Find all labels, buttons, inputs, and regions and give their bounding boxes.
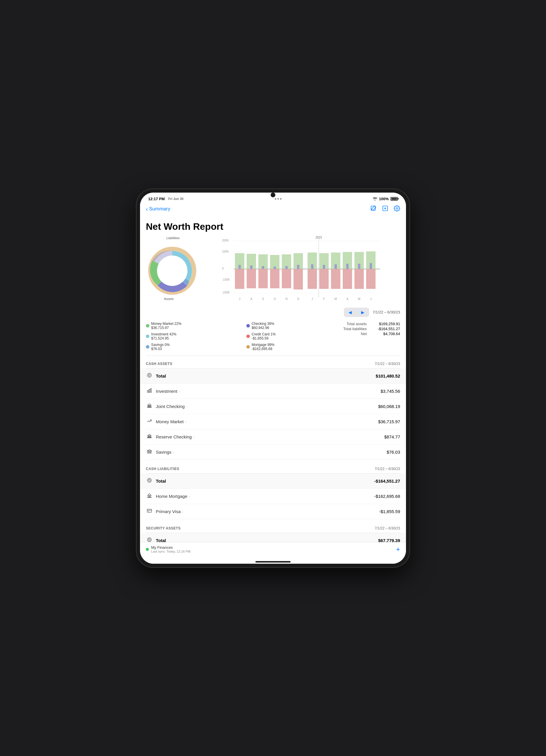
account-icon-0 xyxy=(146,478,153,484)
bar-chart-svg: 200K 100K 0 -100K -200K 2023 xyxy=(202,236,400,303)
svg-rect-73 xyxy=(150,405,151,407)
account-value-1: $3,745.56 xyxy=(381,389,400,394)
chevron-icon: › xyxy=(181,510,183,514)
account-left-2: Primary Visa › xyxy=(146,508,183,515)
svg-rect-41 xyxy=(323,265,325,269)
svg-rect-52 xyxy=(366,269,376,289)
liabilities-label: Liabilities xyxy=(166,236,179,240)
account-value-0: $101,480.52 xyxy=(376,373,400,378)
account-left-1: Investment › xyxy=(146,388,180,395)
legend-value-3: -$1,855.59 xyxy=(251,336,276,340)
totals-section: Total assets $169,259.91 Total liabiliti… xyxy=(343,322,400,336)
svg-point-66 xyxy=(147,373,151,377)
legend-dot-1 xyxy=(246,324,250,328)
svg-rect-50 xyxy=(358,264,360,269)
svg-rect-71 xyxy=(148,405,148,407)
back-button[interactable]: ‹ Summary xyxy=(146,206,170,212)
compose-icon[interactable] xyxy=(370,205,377,213)
account-row-cash-assets-rows-4[interactable]: Reserve Checking › $874.77 xyxy=(146,429,400,445)
nav-bar: ‹ Summary xyxy=(140,203,406,217)
legend-dot-3 xyxy=(246,335,250,338)
battery-icon xyxy=(391,197,398,201)
cash-assets-section: CASH ASSETS 7/1/22 – 6/30/23 Total $101,… xyxy=(146,357,400,460)
svg-point-2 xyxy=(396,208,398,209)
prev-period-button[interactable]: ◀ xyxy=(344,308,357,317)
svg-rect-77 xyxy=(150,436,151,437)
svg-rect-32 xyxy=(285,266,288,269)
cash-liabilities-date: 7/1/22 – 6/30/23 xyxy=(375,467,400,471)
legend-dot-4 xyxy=(146,345,149,349)
settings-icon[interactable] xyxy=(394,205,400,213)
legend-item-0: Money Market 22% $36,715.97 xyxy=(146,322,239,330)
legend-label-4: Savings 0% xyxy=(151,343,169,347)
legend-dot-2 xyxy=(146,335,149,338)
svg-rect-46 xyxy=(343,269,352,289)
legend-text-3: Credit Card 1% -$1,855.59 xyxy=(251,332,276,340)
legend-value-4: $76.03 xyxy=(151,347,169,351)
account-row-cash-assets-rows-1[interactable]: Investment › $3,745.56 xyxy=(146,384,400,399)
svg-text:-100K: -100K xyxy=(222,278,230,281)
cash-liabilities-title: CASH LIABILITIES xyxy=(146,467,179,471)
svg-rect-49 xyxy=(355,269,364,289)
svg-point-5 xyxy=(157,256,187,286)
account-name-1: Home Mortgage › xyxy=(156,494,190,499)
date: Fri Jun 30 xyxy=(168,197,183,200)
cash-liabilities-rows: Total -$164,551.27 Home Mortgage › -$162… xyxy=(146,474,400,519)
dot1 xyxy=(275,198,276,200)
account-name-4: Reserve Checking › xyxy=(156,434,194,439)
cash-liabilities-section: CASH LIABILITIES 7/1/22 – 6/30/23 Total … xyxy=(146,462,400,519)
net-label: Net xyxy=(361,332,367,336)
svg-text:J: J xyxy=(312,297,313,301)
legend-dot-0 xyxy=(146,324,149,328)
svg-text:200K: 200K xyxy=(222,239,229,242)
status-center xyxy=(275,198,282,200)
account-row-cash-liabilities-rows-2[interactable]: Primary Visa › -$1,855.59 xyxy=(146,504,400,519)
total-liabilities-label: Total liabilities xyxy=(343,327,367,331)
status-left: 12:17 PM Fri Jun 30 xyxy=(148,197,183,201)
back-label[interactable]: Summary xyxy=(149,206,170,212)
svg-text:2023: 2023 xyxy=(316,236,322,239)
svg-rect-53 xyxy=(370,263,372,269)
next-period-button[interactable]: ▶ xyxy=(357,308,369,317)
battery-fill xyxy=(391,198,397,200)
account-left-3: Money Market › xyxy=(146,418,186,425)
legend-value-1: $60,942.96 xyxy=(251,326,274,330)
svg-rect-34 xyxy=(294,269,303,289)
account-left-5: Savings › xyxy=(146,449,174,455)
svg-text:F: F xyxy=(323,297,325,301)
assets-label: Assets xyxy=(164,297,174,301)
svg-point-87 xyxy=(147,538,151,542)
legend-totals-row: Money Market 22% $36,715.97 Checking 36%… xyxy=(146,322,400,351)
account-icon-1 xyxy=(146,493,153,500)
svg-rect-22 xyxy=(246,269,256,288)
account-left-1: Home Mortgage › xyxy=(146,493,190,500)
scroll-content[interactable]: Net Worth Report Liabilities xyxy=(140,217,406,542)
account-left-0: Total xyxy=(146,373,166,379)
total-assets-label: Total assets xyxy=(347,322,367,326)
legend-label-0: Money Market 22% xyxy=(151,322,181,326)
camera-notch xyxy=(270,193,276,197)
account-row-cash-assets-rows-2[interactable]: Joint Checking › $60,068.19 xyxy=(146,399,400,414)
add-account-icon[interactable] xyxy=(382,205,389,213)
cash-assets-rows: Total $101,480.52 Investment › $3,745.56… xyxy=(146,368,400,460)
legend-text-2: Investment 42% $71,524.95 xyxy=(151,332,176,340)
status-right: 100% xyxy=(373,197,398,201)
home-indicator xyxy=(140,559,406,564)
account-name-2: Primary Visa › xyxy=(156,509,183,514)
account-row-cash-assets-rows-5[interactable]: Savings › $76.03 xyxy=(146,445,400,460)
account-value-0: -$164,551.27 xyxy=(374,479,400,484)
account-row-cash-liabilities-rows-1[interactable]: Home Mortgage › -$162,695.68 xyxy=(146,489,400,504)
security-assets-header: SECURITY ASSETS 7/1/22 – 6/30/23 xyxy=(146,522,400,533)
legend-items: Money Market 22% $36,715.97 Checking 36%… xyxy=(146,322,340,351)
home-bar xyxy=(255,561,291,563)
svg-rect-31 xyxy=(282,269,291,288)
add-button[interactable]: + xyxy=(396,545,400,553)
account-value-3: $36,715.97 xyxy=(378,419,400,424)
page-title: Net Worth Report xyxy=(146,217,400,236)
account-icon-4 xyxy=(146,433,153,440)
account-value-4: $874.77 xyxy=(384,434,400,439)
svg-rect-43 xyxy=(331,269,340,289)
wifi-icon xyxy=(373,197,377,200)
account-row-cash-assets-rows-3[interactable]: Money Market › $36,715.97 xyxy=(146,414,400,429)
account-row-cash-liabilities-rows-0: Total -$164,551.27 xyxy=(140,474,406,489)
